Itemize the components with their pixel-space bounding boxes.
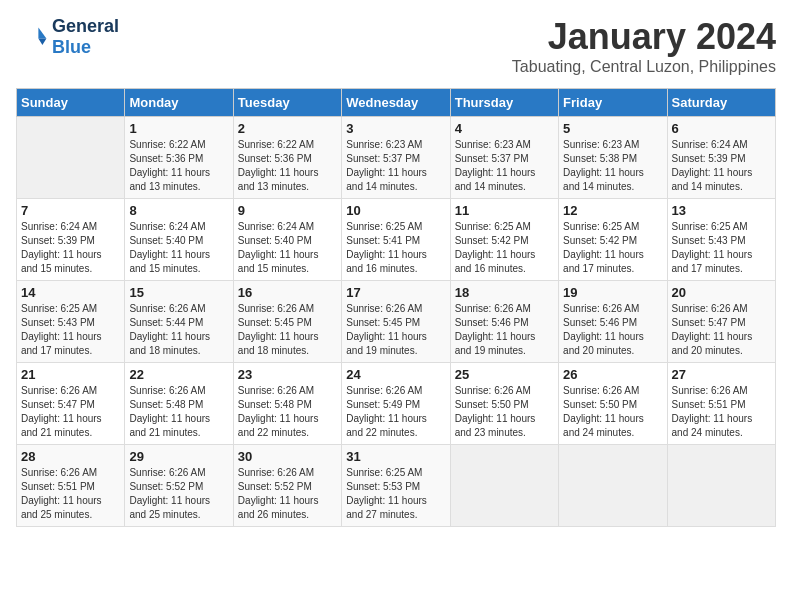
day-number: 7 — [21, 203, 120, 218]
calendar-cell: 15Sunrise: 6:26 AMSunset: 5:44 PMDayligh… — [125, 281, 233, 363]
day-info: Sunrise: 6:26 AMSunset: 5:48 PMDaylight:… — [129, 384, 228, 440]
weekday-header: Friday — [559, 89, 667, 117]
day-number: 4 — [455, 121, 554, 136]
calendar-cell: 26Sunrise: 6:26 AMSunset: 5:50 PMDayligh… — [559, 363, 667, 445]
weekday-header: Saturday — [667, 89, 775, 117]
day-info: Sunrise: 6:26 AMSunset: 5:51 PMDaylight:… — [672, 384, 771, 440]
day-number: 6 — [672, 121, 771, 136]
logo-icon — [16, 21, 48, 53]
day-info: Sunrise: 6:26 AMSunset: 5:48 PMDaylight:… — [238, 384, 337, 440]
weekday-header-row: SundayMondayTuesdayWednesdayThursdayFrid… — [17, 89, 776, 117]
day-info: Sunrise: 6:24 AMSunset: 5:40 PMDaylight:… — [238, 220, 337, 276]
day-number: 30 — [238, 449, 337, 464]
day-info: Sunrise: 6:23 AMSunset: 5:37 PMDaylight:… — [346, 138, 445, 194]
weekday-header: Thursday — [450, 89, 558, 117]
calendar-cell: 13Sunrise: 6:25 AMSunset: 5:43 PMDayligh… — [667, 199, 775, 281]
day-number: 3 — [346, 121, 445, 136]
day-number: 25 — [455, 367, 554, 382]
day-number: 27 — [672, 367, 771, 382]
calendar-cell: 6Sunrise: 6:24 AMSunset: 5:39 PMDaylight… — [667, 117, 775, 199]
day-number: 22 — [129, 367, 228, 382]
day-info: Sunrise: 6:26 AMSunset: 5:45 PMDaylight:… — [238, 302, 337, 358]
calendar-cell — [17, 117, 125, 199]
svg-marker-1 — [38, 39, 46, 45]
day-info: Sunrise: 6:26 AMSunset: 5:44 PMDaylight:… — [129, 302, 228, 358]
weekday-header: Sunday — [17, 89, 125, 117]
day-number: 10 — [346, 203, 445, 218]
calendar-cell: 10Sunrise: 6:25 AMSunset: 5:41 PMDayligh… — [342, 199, 450, 281]
logo-text: General Blue — [52, 16, 119, 58]
day-info: Sunrise: 6:25 AMSunset: 5:41 PMDaylight:… — [346, 220, 445, 276]
day-info: Sunrise: 6:25 AMSunset: 5:53 PMDaylight:… — [346, 466, 445, 522]
calendar-cell: 14Sunrise: 6:25 AMSunset: 5:43 PMDayligh… — [17, 281, 125, 363]
day-number: 13 — [672, 203, 771, 218]
calendar-cell: 22Sunrise: 6:26 AMSunset: 5:48 PMDayligh… — [125, 363, 233, 445]
calendar-cell: 27Sunrise: 6:26 AMSunset: 5:51 PMDayligh… — [667, 363, 775, 445]
day-info: Sunrise: 6:26 AMSunset: 5:46 PMDaylight:… — [455, 302, 554, 358]
calendar-cell: 24Sunrise: 6:26 AMSunset: 5:49 PMDayligh… — [342, 363, 450, 445]
day-info: Sunrise: 6:24 AMSunset: 5:39 PMDaylight:… — [672, 138, 771, 194]
calendar-cell — [559, 445, 667, 527]
day-number: 16 — [238, 285, 337, 300]
day-info: Sunrise: 6:25 AMSunset: 5:42 PMDaylight:… — [563, 220, 662, 276]
day-number: 17 — [346, 285, 445, 300]
day-info: Sunrise: 6:23 AMSunset: 5:37 PMDaylight:… — [455, 138, 554, 194]
calendar-cell: 4Sunrise: 6:23 AMSunset: 5:37 PMDaylight… — [450, 117, 558, 199]
calendar-cell — [667, 445, 775, 527]
day-number: 24 — [346, 367, 445, 382]
logo: General Blue — [16, 16, 119, 58]
subtitle: Tabuating, Central Luzon, Philippines — [512, 58, 776, 76]
calendar-cell: 8Sunrise: 6:24 AMSunset: 5:40 PMDaylight… — [125, 199, 233, 281]
calendar-cell: 18Sunrise: 6:26 AMSunset: 5:46 PMDayligh… — [450, 281, 558, 363]
calendar-cell: 20Sunrise: 6:26 AMSunset: 5:47 PMDayligh… — [667, 281, 775, 363]
calendar-cell: 31Sunrise: 6:25 AMSunset: 5:53 PMDayligh… — [342, 445, 450, 527]
calendar-cell: 3Sunrise: 6:23 AMSunset: 5:37 PMDaylight… — [342, 117, 450, 199]
calendar-cell: 28Sunrise: 6:26 AMSunset: 5:51 PMDayligh… — [17, 445, 125, 527]
calendar-cell: 25Sunrise: 6:26 AMSunset: 5:50 PMDayligh… — [450, 363, 558, 445]
calendar-week-row: 28Sunrise: 6:26 AMSunset: 5:51 PMDayligh… — [17, 445, 776, 527]
calendar-cell: 19Sunrise: 6:26 AMSunset: 5:46 PMDayligh… — [559, 281, 667, 363]
weekday-header: Wednesday — [342, 89, 450, 117]
day-info: Sunrise: 6:26 AMSunset: 5:52 PMDaylight:… — [129, 466, 228, 522]
day-info: Sunrise: 6:26 AMSunset: 5:52 PMDaylight:… — [238, 466, 337, 522]
day-info: Sunrise: 6:23 AMSunset: 5:38 PMDaylight:… — [563, 138, 662, 194]
calendar-cell: 17Sunrise: 6:26 AMSunset: 5:45 PMDayligh… — [342, 281, 450, 363]
day-number: 1 — [129, 121, 228, 136]
day-info: Sunrise: 6:26 AMSunset: 5:51 PMDaylight:… — [21, 466, 120, 522]
day-number: 23 — [238, 367, 337, 382]
calendar-cell: 1Sunrise: 6:22 AMSunset: 5:36 PMDaylight… — [125, 117, 233, 199]
calendar-cell: 29Sunrise: 6:26 AMSunset: 5:52 PMDayligh… — [125, 445, 233, 527]
day-info: Sunrise: 6:26 AMSunset: 5:50 PMDaylight:… — [563, 384, 662, 440]
day-number: 15 — [129, 285, 228, 300]
weekday-header: Monday — [125, 89, 233, 117]
calendar-table: SundayMondayTuesdayWednesdayThursdayFrid… — [16, 88, 776, 527]
calendar-cell: 12Sunrise: 6:25 AMSunset: 5:42 PMDayligh… — [559, 199, 667, 281]
day-number: 20 — [672, 285, 771, 300]
day-number: 14 — [21, 285, 120, 300]
calendar-cell: 16Sunrise: 6:26 AMSunset: 5:45 PMDayligh… — [233, 281, 341, 363]
day-number: 31 — [346, 449, 445, 464]
day-number: 18 — [455, 285, 554, 300]
calendar-cell: 7Sunrise: 6:24 AMSunset: 5:39 PMDaylight… — [17, 199, 125, 281]
calendar-cell: 5Sunrise: 6:23 AMSunset: 5:38 PMDaylight… — [559, 117, 667, 199]
calendar-cell — [450, 445, 558, 527]
day-number: 5 — [563, 121, 662, 136]
main-title: January 2024 — [512, 16, 776, 58]
calendar-week-row: 14Sunrise: 6:25 AMSunset: 5:43 PMDayligh… — [17, 281, 776, 363]
page-header: General Blue January 2024 Tabuating, Cen… — [16, 16, 776, 76]
day-info: Sunrise: 6:24 AMSunset: 5:40 PMDaylight:… — [129, 220, 228, 276]
day-number: 8 — [129, 203, 228, 218]
calendar-cell: 23Sunrise: 6:26 AMSunset: 5:48 PMDayligh… — [233, 363, 341, 445]
day-number: 12 — [563, 203, 662, 218]
title-section: January 2024 Tabuating, Central Luzon, P… — [512, 16, 776, 76]
calendar-cell: 2Sunrise: 6:22 AMSunset: 5:36 PMDaylight… — [233, 117, 341, 199]
day-info: Sunrise: 6:25 AMSunset: 5:43 PMDaylight:… — [672, 220, 771, 276]
calendar-cell: 11Sunrise: 6:25 AMSunset: 5:42 PMDayligh… — [450, 199, 558, 281]
calendar-week-row: 1Sunrise: 6:22 AMSunset: 5:36 PMDaylight… — [17, 117, 776, 199]
calendar-cell: 30Sunrise: 6:26 AMSunset: 5:52 PMDayligh… — [233, 445, 341, 527]
day-info: Sunrise: 6:26 AMSunset: 5:49 PMDaylight:… — [346, 384, 445, 440]
day-number: 11 — [455, 203, 554, 218]
day-number: 19 — [563, 285, 662, 300]
day-info: Sunrise: 6:26 AMSunset: 5:45 PMDaylight:… — [346, 302, 445, 358]
calendar-cell: 21Sunrise: 6:26 AMSunset: 5:47 PMDayligh… — [17, 363, 125, 445]
